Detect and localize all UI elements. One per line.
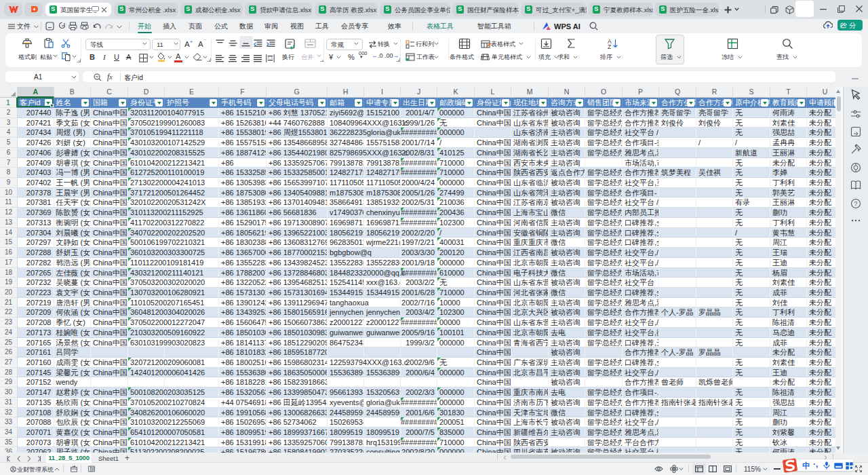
svg-text:Z: Z	[608, 43, 611, 50]
svg-text:?: ?	[854, 200, 858, 207]
